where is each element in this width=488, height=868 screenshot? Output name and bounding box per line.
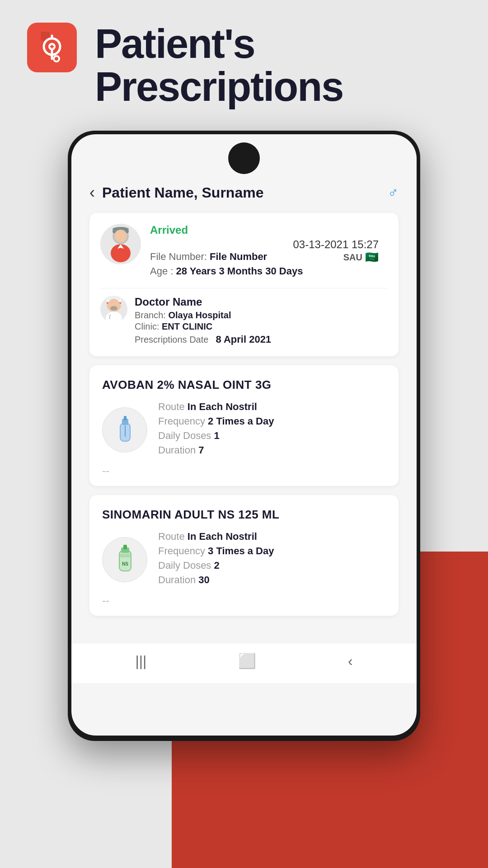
patient-name: Patient Name, Surname [102, 184, 388, 201]
daily-doses-row-1: Daily Doses 1 [158, 430, 386, 442]
country-code: SAU [343, 252, 362, 263]
svg-rect-30 [119, 554, 131, 557]
gender-icon: ♂ [388, 184, 399, 201]
doctor-section: Doctor Name Branch: Olaya Hospital Clini… [100, 288, 388, 345]
route-row-2: Route In Each Nostril [158, 531, 386, 542]
arrival-status: Arrived [150, 224, 379, 236]
svg-point-12 [114, 230, 127, 242]
doctor-details: Doctor Name Branch: Olaya Hospital Clini… [135, 296, 388, 345]
separator-2: -- [102, 594, 386, 607]
frequency-row-1: Frequency 2 Times a Day [158, 415, 386, 427]
prescriptions-date-value: 8 April 2021 [216, 334, 271, 345]
patient-info-card: Arrived 03-13-2021 15:27 File Number: Fi… [89, 213, 399, 356]
header-bar: ‹ Patient Name, Surname ♂ [89, 183, 399, 202]
app-logo [27, 23, 77, 72]
med-image-1 [102, 407, 147, 453]
med-icon-1 [111, 414, 138, 446]
route-row-1: Route In Each Nostril [158, 401, 386, 413]
svg-rect-29 [123, 545, 127, 549]
nav-home-button[interactable]: ⬜ [238, 652, 256, 670]
medication-name-2: SINOMARIN ADULT NS 125 ML [102, 508, 386, 522]
medication-card-2: SINOMARIN ADULT NS 125 ML NS [89, 495, 399, 616]
nav-bar: ||| ⬜ ‹ [71, 643, 417, 683]
doctor-name: Doctor Name [135, 296, 388, 308]
med-icon-2: NS [111, 544, 138, 576]
doctor-avatar [100, 296, 127, 323]
country-badge: SAU 🇸🇦 [343, 251, 379, 264]
svg-rect-25 [124, 416, 127, 420]
visit-datetime: 03-13-2021 15:27 [293, 238, 379, 251]
file-number-value: File Number [210, 251, 267, 262]
med-details-1: Route In Each Nostril Frequency 2 Times … [158, 401, 386, 459]
file-number-row: File Number: File Number SAU 🇸🇦 [150, 251, 379, 264]
frequency-row-2: Frequency 3 Times a Day [158, 545, 386, 557]
svg-rect-27 [119, 551, 131, 571]
phone-screen: ‹ Patient Name, Surname ♂ [71, 134, 417, 736]
duration-row-2: Duration 30 [158, 574, 386, 586]
medication-name-1: AVOBAN 2% NASAL OINT 3G [102, 378, 386, 392]
patient-details: Arrived 03-13-2021 15:27 File Number: Fi… [150, 224, 379, 279]
duration-row-1: Duration 7 [158, 444, 386, 456]
svg-point-22 [106, 311, 122, 323]
medication-body-1: Route In Each Nostril Frequency 2 Times … [102, 401, 386, 459]
top-section: Patient's Prescriptions [0, 0, 488, 122]
age-row: Age : 28 Years 3 Months 30 Days [150, 265, 379, 277]
medication-body-2: NS Route In Each Nostril Frequency 3 Tim… [102, 531, 386, 589]
file-number-label: File Number: [150, 251, 207, 262]
medication-card-1: AVOBAN 2% NASAL OINT 3G Route In [89, 365, 399, 486]
nav-menu-button[interactable]: ||| [135, 653, 146, 670]
prescriptions-date-row: Prescriptions Date 8 April 2021 [135, 334, 388, 345]
screen-content: ‹ Patient Name, Surname ♂ [71, 174, 417, 638]
logo-icon [34, 29, 70, 66]
back-button[interactable]: ‹ [89, 183, 95, 202]
phone-notch [228, 142, 260, 174]
doctor-avatar-icon [102, 296, 127, 323]
age-label: Age : [150, 265, 173, 277]
med-image-2: NS [102, 537, 147, 582]
svg-text:NS: NS [122, 561, 128, 566]
flag-icon: 🇸🇦 [365, 251, 379, 264]
avatar-icon [105, 226, 136, 262]
doctor-branch: Branch: Olaya Hospital [135, 310, 388, 321]
prescriptions-date-label: Prescriptions Date [135, 335, 208, 345]
svg-point-21 [110, 306, 117, 311]
med-details-2: Route In Each Nostril Frequency 3 Times … [158, 531, 386, 589]
phone-mockup: ‹ Patient Name, Surname ♂ [68, 131, 420, 741]
daily-doses-row-2: Daily Doses 2 [158, 560, 386, 571]
separator-1: -- [102, 464, 386, 477]
nav-back-button[interactable]: ‹ [348, 653, 353, 670]
doctor-clinic: Clinic: ENT CLINIC [135, 321, 388, 332]
patient-top-row: Arrived 03-13-2021 15:27 File Number: Fi… [100, 224, 388, 279]
age-value: 28 Years 3 Months 30 Days [176, 265, 303, 277]
page-title: Patient's Prescriptions [95, 23, 343, 108]
patient-avatar [100, 224, 141, 264]
